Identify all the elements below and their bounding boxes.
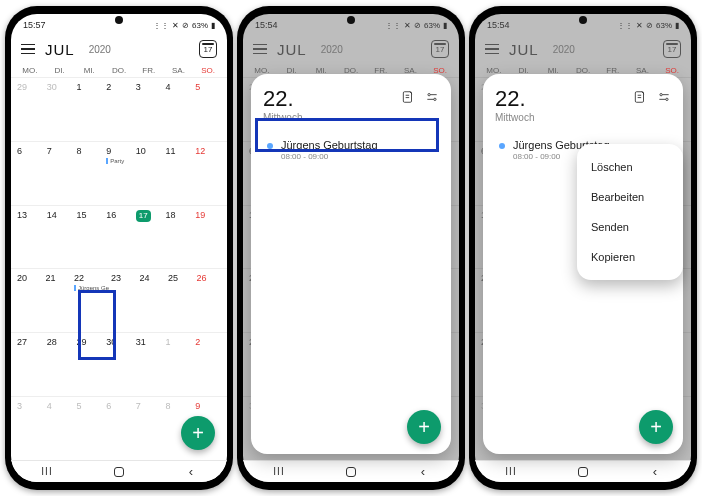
- day-cell[interactable]: 23: [109, 271, 137, 332]
- day-cell[interactable]: 3: [15, 399, 45, 460]
- calendar-header: JUL 2020 17: [475, 34, 691, 66]
- day-cell[interactable]: 4: [164, 80, 194, 141]
- nav-back-button[interactable]: ‹: [171, 464, 211, 479]
- day-cell[interactable]: 25: [166, 271, 195, 332]
- event-row[interactable]: Jürgens Geburtstag 08:00 - 09:00: [263, 135, 439, 165]
- day-cell[interactable]: 22Jürgens Ge: [72, 271, 109, 332]
- day-cell[interactable]: 1: [74, 80, 104, 141]
- day-cell[interactable]: 20: [15, 271, 43, 332]
- day-cell[interactable]: 19: [193, 208, 223, 269]
- phone-1: 15:57 ⋮⋮✕⊘ 63%▮ JUL 2020 17 MO.DI.MI. DO…: [5, 6, 233, 490]
- menu-icon[interactable]: [253, 41, 267, 58]
- menu-icon[interactable]: [485, 41, 499, 58]
- day-cell[interactable]: 15: [74, 208, 104, 269]
- nav-recents-button[interactable]: III: [491, 466, 531, 477]
- day-cell[interactable]: 5: [74, 399, 104, 460]
- today-button[interactable]: 17: [199, 40, 217, 58]
- android-nav: III ‹: [11, 460, 227, 482]
- camera-hole: [579, 16, 587, 24]
- day-cell[interactable]: 10: [134, 144, 164, 205]
- nav-recents-button[interactable]: III: [259, 466, 299, 477]
- day-cell[interactable]: 31: [134, 335, 164, 396]
- today-button[interactable]: 17: [431, 40, 449, 58]
- ctx-delete[interactable]: Löschen: [577, 152, 683, 182]
- menu-icon[interactable]: [21, 41, 35, 58]
- day-cell[interactable]: 9Party: [104, 144, 134, 205]
- month-event-chip[interactable]: Jürgens Ge: [74, 285, 109, 291]
- event-time: 08:00 - 09:00: [281, 152, 378, 161]
- day-cell[interactable]: 7: [45, 144, 75, 205]
- nav-home-button[interactable]: [99, 463, 139, 481]
- day-cell[interactable]: 13: [15, 208, 45, 269]
- context-menu: Löschen Bearbeiten Senden Kopieren: [577, 144, 683, 280]
- day-cell[interactable]: 24: [138, 271, 167, 332]
- card-weekday: Mittwoch: [495, 112, 534, 123]
- day-cell[interactable]: 29: [74, 335, 104, 396]
- day-cell[interactable]: 16: [104, 208, 134, 269]
- phone-2: 15:54 ⋮⋮✕⊘ 63%▮ JUL 2020 17 MO.DI.MI. DO…: [237, 6, 465, 490]
- screen: 15:54 ⋮⋮✕⊘ 63%▮ JUL 2020 17 MO.DI.MI. DO…: [475, 14, 691, 482]
- status-time: 15:57: [23, 20, 46, 30]
- year-label: 2020: [553, 44, 575, 55]
- note-icon[interactable]: [633, 90, 647, 108]
- weekday-row: MO.DI.MI. DO.FR.SA. SO.: [11, 66, 227, 75]
- nav-home-button[interactable]: [563, 463, 603, 481]
- day-cell[interactable]: 21: [43, 271, 72, 332]
- day-cell[interactable]: 14: [45, 208, 75, 269]
- month-label[interactable]: JUL: [45, 41, 75, 58]
- svg-rect-3: [635, 92, 643, 103]
- status-indicators: ⋮⋮✕⊘ 63%▮: [153, 21, 215, 30]
- day-cell[interactable]: 30: [104, 335, 134, 396]
- svg-point-5: [666, 98, 668, 100]
- day-cell[interactable]: 2: [193, 335, 223, 396]
- android-nav: III ‹: [243, 460, 459, 482]
- day-cell[interactable]: 8: [74, 144, 104, 205]
- day-cell[interactable]: 6: [15, 144, 45, 205]
- calendar-header: JUL 2020 17: [243, 34, 459, 66]
- screen: 15:57 ⋮⋮✕⊘ 63%▮ JUL 2020 17 MO.DI.MI. DO…: [11, 14, 227, 482]
- today-button[interactable]: 17: [663, 40, 681, 58]
- status-time: 15:54: [487, 20, 510, 30]
- day-cell[interactable]: 6: [104, 399, 134, 460]
- svg-rect-0: [403, 92, 411, 103]
- day-cell[interactable]: 26: [195, 271, 223, 332]
- event-color-dot: [267, 143, 273, 149]
- nav-recents-button[interactable]: III: [27, 466, 67, 477]
- day-cell[interactable]: 29: [15, 80, 45, 141]
- camera-hole: [347, 16, 355, 24]
- screen: 15:54 ⋮⋮✕⊘ 63%▮ JUL 2020 17 MO.DI.MI. DO…: [243, 14, 459, 482]
- add-event-fab[interactable]: +: [181, 416, 215, 450]
- day-cell[interactable]: 18: [164, 208, 194, 269]
- day-cell[interactable]: 17: [134, 208, 164, 269]
- day-cell[interactable]: 3: [134, 80, 164, 141]
- day-cell[interactable]: 12: [193, 144, 223, 205]
- android-nav: III ‹: [475, 460, 691, 482]
- add-event-fab[interactable]: +: [407, 410, 441, 444]
- day-cell[interactable]: 5: [193, 80, 223, 141]
- day-cell[interactable]: 30: [45, 80, 75, 141]
- nav-back-button[interactable]: ‹: [403, 464, 443, 479]
- day-cell[interactable]: 28: [45, 335, 75, 396]
- month-grid: 2930123456789Party1011121314151617181920…: [11, 77, 227, 460]
- ctx-copy[interactable]: Kopieren: [577, 242, 683, 272]
- day-cell[interactable]: 27: [15, 335, 45, 396]
- phone-3: 15:54 ⋮⋮✕⊘ 63%▮ JUL 2020 17 MO.DI.MI. DO…: [469, 6, 697, 490]
- add-event-fab[interactable]: +: [639, 410, 673, 444]
- day-cell[interactable]: 4: [45, 399, 75, 460]
- card-weekday: Mittwoch: [263, 112, 302, 123]
- ctx-send[interactable]: Senden: [577, 212, 683, 242]
- day-cell[interactable]: 1: [164, 335, 194, 396]
- settings-icon[interactable]: [657, 90, 671, 108]
- ctx-edit[interactable]: Bearbeiten: [577, 182, 683, 212]
- day-detail-card: 22. Mittwoch Jürgens Geburtstag 08:00 -: [251, 74, 451, 454]
- settings-icon[interactable]: [425, 90, 439, 108]
- nav-home-button[interactable]: [331, 463, 371, 481]
- note-icon[interactable]: [401, 90, 415, 108]
- nav-back-button[interactable]: ‹: [635, 464, 675, 479]
- day-cell[interactable]: 2: [104, 80, 134, 141]
- day-cell[interactable]: 11: [164, 144, 194, 205]
- status-indicators: ⋮⋮✕⊘ 63%▮: [385, 21, 447, 30]
- camera-hole: [115, 16, 123, 24]
- day-cell[interactable]: 7: [134, 399, 164, 460]
- month-event-chip[interactable]: Party: [106, 158, 134, 164]
